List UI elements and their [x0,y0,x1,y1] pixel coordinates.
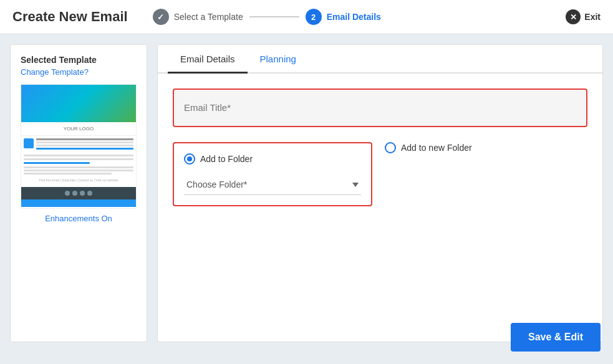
add-new-folder-label: Add to new Folder [401,143,472,153]
wizard-steps: ✓ Select a Template 2 Email Details [153,9,566,25]
tpl-footer-text: © Company Name 2017 [21,207,136,209]
tpl-line [24,155,133,156]
tpl-line [24,173,112,175]
step-2-label: Email Details [327,12,381,22]
radio-checked-icon[interactable] [184,153,195,165]
form-area: Add to Folder Choose Folder* Add to new … [158,74,602,221]
email-title-input[interactable] [184,102,576,113]
tabs: Email Details Planning [158,45,602,74]
tpl-icon [24,138,34,148]
tpl-content-1 [21,136,136,153]
tpl-social-4 [87,191,92,196]
tpl-line [36,141,133,143]
step-connector [249,16,299,17]
left-panel: Selected Template Change Template? YOUR … [10,44,147,342]
tpl-social-3 [80,191,85,196]
tpl-social-1 [65,191,70,196]
template-preview: YOUR LOGO Find this email | Subscribe | … [21,84,137,209]
step-2-icon: 2 [306,9,322,25]
save-edit-button[interactable]: Save & Edit [511,323,601,352]
email-title-field[interactable] [173,89,587,127]
step-1-icon: ✓ [153,9,169,25]
change-template-link[interactable]: Change Template? [21,67,137,77]
tpl-line [36,145,133,146]
tab-planning[interactable]: Planning [248,45,309,74]
selected-template-label: Selected Template [21,55,137,65]
step-2: 2 Email Details [306,9,381,25]
choose-folder-dropdown[interactable]: Choose Folder* [184,175,361,195]
exit-label: Exit [584,12,601,22]
save-btn-container: Save & Edit [511,323,601,352]
tpl-links: Find this email | Subscribe | Contact us… [21,177,136,183]
add-to-folder-radio[interactable]: Add to Folder [184,153,361,165]
exit-icon: ✕ [566,9,581,24]
folder-section: Add to Folder Choose Folder* Add to new … [173,142,587,206]
add-to-folder-box: Add to Folder Choose Folder* [173,142,372,206]
tpl-footer [21,187,136,199]
tpl-line [24,158,133,160]
page-title: Create New Email [12,9,128,25]
step-1: ✓ Select a Template [153,9,243,25]
main-content: Selected Template Change Template? YOUR … [0,34,613,352]
header: Create New Email ✓ Select a Template 2 E… [0,0,613,34]
tpl-bottom-bar [21,199,136,207]
tpl-logo: YOUR LOGO [21,122,136,136]
tpl-body [21,153,136,177]
radio-empty-icon[interactable] [385,142,396,153]
tpl-social-2 [72,191,77,196]
tpl-header-bg [21,85,136,122]
step-1-label: Select a Template [174,12,243,22]
tpl-line [24,166,133,168]
add-new-folder-option[interactable]: Add to new Folder [385,142,472,153]
right-panel: Email Details Planning Add to Folder Cho… [157,44,603,342]
tab-email-details[interactable]: Email Details [168,45,248,74]
exit-button[interactable]: ✕ Exit [566,9,601,24]
tpl-text [36,138,133,151]
tpl-line [24,170,133,171]
tpl-line [36,138,133,140]
tpl-line [24,162,90,164]
add-to-folder-label: Add to Folder [200,154,253,164]
tpl-line [36,148,133,150]
enhancements-label: Enhancements On [21,214,137,223]
